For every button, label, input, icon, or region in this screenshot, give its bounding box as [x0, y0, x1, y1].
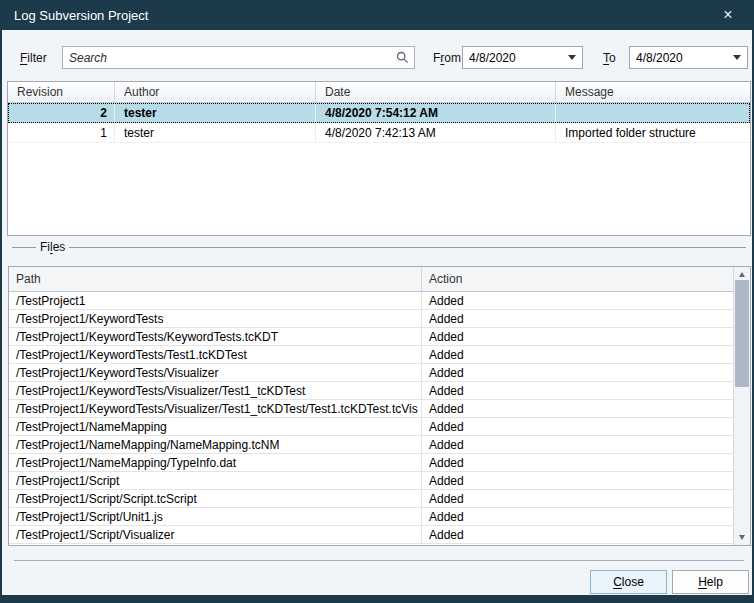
to-date-dropdown-arrow[interactable] [727, 47, 747, 68]
column-header-revision[interactable]: Revision [8, 82, 115, 102]
to-date-combobox[interactable]: 4/8/2020 [629, 46, 748, 69]
file-row[interactable]: /TestProject1/KeywordTests/Visualizer Ad… [9, 364, 733, 382]
log-subversion-dialog: Log Subversion Project × Filter From 4/8… [0, 0, 754, 603]
column-header-author[interactable]: Author [115, 82, 316, 102]
scroll-down-icon[interactable] [734, 530, 750, 545]
revision-row[interactable]: 1 tester 4/8/2020 7:42:13 AM Imported fo… [8, 123, 750, 143]
window-bottom-border [0, 595, 754, 603]
path-cell: /TestProject1/KeywordTests/Visualizer [9, 364, 422, 381]
revision-cell: 1 [8, 123, 115, 142]
revisions-header-row: Revision Author Date Message [8, 82, 750, 103]
file-row[interactable]: /TestProject1/NameMapping Added [9, 418, 733, 436]
close-button-key: C [613, 575, 622, 589]
help-button-key: H [698, 575, 707, 589]
file-row[interactable]: /TestProject1/KeywordTests Added [9, 310, 733, 328]
action-cell: Added [422, 436, 733, 453]
path-cell: /TestProject1/NameMapping [9, 418, 422, 435]
path-cell: /TestProject1/Script/Unit1.js [9, 508, 422, 525]
from-date-dropdown-arrow[interactable] [562, 47, 582, 68]
to-date-value: 4/8/2020 [630, 51, 727, 65]
action-cell: Added [422, 490, 733, 507]
file-row[interactable]: /TestProject1/NameMapping/NameMapping.tc… [9, 436, 733, 454]
file-row[interactable]: /TestProject1/Script Added [9, 472, 733, 490]
author-cell: tester [115, 123, 316, 142]
to-label: To [603, 51, 616, 65]
title-bar: Log Subversion Project × [0, 0, 754, 30]
files-group-label: Files [36, 240, 69, 254]
path-cell: /TestProject1/KeywordTests/Visualizer/Te… [9, 400, 422, 417]
filter-search-box [62, 46, 415, 69]
path-cell: /TestProject1/KeywordTests [9, 310, 422, 327]
close-button[interactable]: Close [590, 570, 667, 594]
path-cell: /TestProject1/Script/Visualizer [9, 526, 422, 543]
action-cell: Added [422, 382, 733, 399]
message-cell: Imported folder structure [556, 123, 750, 142]
date-cell: 4/8/2020 7:42:13 AM [316, 123, 556, 142]
column-header-message[interactable]: Message [556, 82, 750, 102]
path-cell: /TestProject1/Script [9, 472, 422, 489]
files-label-pre: Fi [40, 240, 50, 254]
search-input[interactable] [63, 47, 390, 68]
action-cell: Added [422, 310, 733, 327]
help-button-post: elp [707, 575, 723, 589]
file-row[interactable]: /TestProject1/KeywordTests/KeywordTests.… [9, 328, 733, 346]
footer-separator [14, 560, 744, 561]
group-line [12, 247, 36, 248]
date-cell: 4/8/2020 7:54:12 AM [316, 103, 556, 123]
action-cell: Added [422, 328, 733, 345]
file-row[interactable]: /TestProject1/NameMapping/TypeInfo.dat A… [9, 454, 733, 472]
from-label: From [433, 51, 461, 65]
action-cell: Added [422, 472, 733, 489]
from-date-combobox[interactable]: 4/8/2020 [462, 46, 583, 69]
message-cell [556, 103, 750, 123]
file-row[interactable]: /TestProject1 Added [9, 292, 733, 310]
action-cell: Added [422, 292, 733, 309]
close-button-post: lose [622, 575, 644, 589]
path-cell: /TestProject1 [9, 292, 422, 309]
files-table: Path Action /TestProject1 Added /TestPro… [8, 266, 751, 546]
revisions-table: Revision Author Date Message 2 tester 4/… [7, 81, 751, 236]
file-row[interactable]: /TestProject1/KeywordTests/Visualizer/Te… [9, 382, 733, 400]
file-row[interactable]: /TestProject1/Script/Unit1.js Added [9, 508, 733, 526]
action-cell: Added [422, 364, 733, 381]
chevron-down-icon [568, 55, 576, 60]
file-row[interactable]: /TestProject1/Script/Script.tcScript Add… [9, 490, 733, 508]
column-header-date[interactable]: Date [316, 82, 556, 102]
from-date-value: 4/8/2020 [463, 51, 562, 65]
filter-label: Filter [20, 51, 47, 65]
author-cell: tester [115, 103, 316, 123]
files-group: Files [12, 240, 746, 254]
scrollbar-thumb[interactable] [735, 280, 749, 387]
files-label-post: es [53, 240, 66, 254]
from-label-post: om [444, 51, 461, 65]
path-cell: /TestProject1/Script/Script.tcScript [9, 490, 422, 507]
action-cell: Added [422, 454, 733, 471]
action-cell: Added [422, 400, 733, 417]
file-row[interactable]: /TestProject1/KeywordTests/Visualizer/Te… [9, 400, 733, 418]
close-icon[interactable]: × [708, 0, 748, 30]
filter-label-post: ilter [27, 51, 46, 65]
to-label-post: o [609, 51, 616, 65]
files-header-row: Path Action [9, 267, 733, 292]
search-icon[interactable] [390, 47, 414, 68]
path-cell: /TestProject1/KeywordTests/Test1.tcKDTes… [9, 346, 422, 363]
action-cell: Added [422, 526, 733, 543]
group-line [69, 247, 746, 248]
column-header-path[interactable]: Path [9, 267, 422, 291]
files-vertical-scrollbar[interactable] [733, 267, 750, 545]
dialog-title: Log Subversion Project [0, 8, 148, 23]
path-cell: /TestProject1/NameMapping/NameMapping.tc… [9, 436, 422, 453]
revision-cell: 2 [8, 103, 115, 123]
file-row[interactable]: /TestProject1/KeywordTests/Test1.tcKDTes… [9, 346, 733, 364]
path-cell: /TestProject1/KeywordTests/Visualizer/Te… [9, 382, 422, 399]
revision-row-selected[interactable]: 2 tester 4/8/2020 7:54:12 AM [8, 103, 750, 123]
action-cell: Added [422, 346, 733, 363]
help-button[interactable]: Help [672, 570, 749, 594]
action-cell: Added [422, 418, 733, 435]
column-header-action[interactable]: Action [422, 267, 733, 291]
path-cell: /TestProject1/NameMapping/TypeInfo.dat [9, 454, 422, 471]
path-cell: /TestProject1/KeywordTests/KeywordTests.… [9, 328, 422, 345]
file-row[interactable]: /TestProject1/Script/Visualizer Added [9, 526, 733, 544]
chevron-down-icon [733, 55, 741, 60]
action-cell: Added [422, 508, 733, 525]
